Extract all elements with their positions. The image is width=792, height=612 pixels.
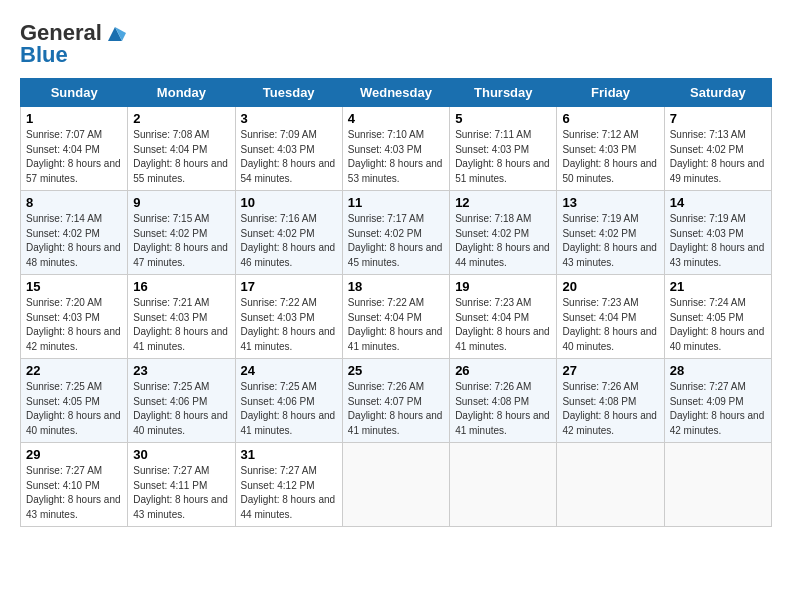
day-info: Sunrise: 7:18 AM Sunset: 4:02 PM Dayligh…	[455, 212, 551, 270]
table-row: 23 Sunrise: 7:25 AM Sunset: 4:06 PM Dayl…	[128, 359, 235, 443]
day-info: Sunrise: 7:22 AM Sunset: 4:03 PM Dayligh…	[241, 296, 337, 354]
day-info: Sunrise: 7:26 AM Sunset: 4:07 PM Dayligh…	[348, 380, 444, 438]
day-number: 26	[455, 363, 551, 378]
day-number: 28	[670, 363, 766, 378]
table-row: 15 Sunrise: 7:20 AM Sunset: 4:03 PM Dayl…	[21, 275, 128, 359]
day-number: 12	[455, 195, 551, 210]
day-info: Sunrise: 7:24 AM Sunset: 4:05 PM Dayligh…	[670, 296, 766, 354]
table-row: 27 Sunrise: 7:26 AM Sunset: 4:08 PM Dayl…	[557, 359, 664, 443]
day-number: 4	[348, 111, 444, 126]
day-info: Sunrise: 7:15 AM Sunset: 4:02 PM Dayligh…	[133, 212, 229, 270]
table-row: 22 Sunrise: 7:25 AM Sunset: 4:05 PM Dayl…	[21, 359, 128, 443]
header: General Blue	[20, 20, 772, 68]
day-number: 9	[133, 195, 229, 210]
table-row: 1 Sunrise: 7:07 AM Sunset: 4:04 PM Dayli…	[21, 107, 128, 191]
col-saturday: Saturday	[664, 79, 771, 107]
day-number: 24	[241, 363, 337, 378]
table-row: 26 Sunrise: 7:26 AM Sunset: 4:08 PM Dayl…	[450, 359, 557, 443]
day-number: 13	[562, 195, 658, 210]
day-number: 17	[241, 279, 337, 294]
col-wednesday: Wednesday	[342, 79, 449, 107]
day-info: Sunrise: 7:27 AM Sunset: 4:09 PM Dayligh…	[670, 380, 766, 438]
col-sunday: Sunday	[21, 79, 128, 107]
table-row: 7 Sunrise: 7:13 AM Sunset: 4:02 PM Dayli…	[664, 107, 771, 191]
day-info: Sunrise: 7:08 AM Sunset: 4:04 PM Dayligh…	[133, 128, 229, 186]
day-number: 8	[26, 195, 122, 210]
day-info: Sunrise: 7:20 AM Sunset: 4:03 PM Dayligh…	[26, 296, 122, 354]
table-row: 3 Sunrise: 7:09 AM Sunset: 4:03 PM Dayli…	[235, 107, 342, 191]
table-row	[664, 443, 771, 527]
day-info: Sunrise: 7:13 AM Sunset: 4:02 PM Dayligh…	[670, 128, 766, 186]
day-info: Sunrise: 7:26 AM Sunset: 4:08 PM Dayligh…	[455, 380, 551, 438]
day-info: Sunrise: 7:25 AM Sunset: 4:05 PM Dayligh…	[26, 380, 122, 438]
table-row: 17 Sunrise: 7:22 AM Sunset: 4:03 PM Dayl…	[235, 275, 342, 359]
day-number: 7	[670, 111, 766, 126]
day-info: Sunrise: 7:27 AM Sunset: 4:11 PM Dayligh…	[133, 464, 229, 522]
table-row: 14 Sunrise: 7:19 AM Sunset: 4:03 PM Dayl…	[664, 191, 771, 275]
day-number: 22	[26, 363, 122, 378]
table-row: 30 Sunrise: 7:27 AM Sunset: 4:11 PM Dayl…	[128, 443, 235, 527]
day-info: Sunrise: 7:27 AM Sunset: 4:10 PM Dayligh…	[26, 464, 122, 522]
day-number: 2	[133, 111, 229, 126]
logo: General Blue	[20, 20, 126, 68]
day-number: 14	[670, 195, 766, 210]
col-monday: Monday	[128, 79, 235, 107]
day-number: 3	[241, 111, 337, 126]
day-info: Sunrise: 7:07 AM Sunset: 4:04 PM Dayligh…	[26, 128, 122, 186]
day-info: Sunrise: 7:09 AM Sunset: 4:03 PM Dayligh…	[241, 128, 337, 186]
day-info: Sunrise: 7:14 AM Sunset: 4:02 PM Dayligh…	[26, 212, 122, 270]
table-row: 12 Sunrise: 7:18 AM Sunset: 4:02 PM Dayl…	[450, 191, 557, 275]
col-friday: Friday	[557, 79, 664, 107]
table-row: 18 Sunrise: 7:22 AM Sunset: 4:04 PM Dayl…	[342, 275, 449, 359]
day-number: 30	[133, 447, 229, 462]
day-info: Sunrise: 7:26 AM Sunset: 4:08 PM Dayligh…	[562, 380, 658, 438]
day-info: Sunrise: 7:11 AM Sunset: 4:03 PM Dayligh…	[455, 128, 551, 186]
table-row	[450, 443, 557, 527]
day-info: Sunrise: 7:25 AM Sunset: 4:06 PM Dayligh…	[133, 380, 229, 438]
table-row: 10 Sunrise: 7:16 AM Sunset: 4:02 PM Dayl…	[235, 191, 342, 275]
day-info: Sunrise: 7:25 AM Sunset: 4:06 PM Dayligh…	[241, 380, 337, 438]
day-number: 11	[348, 195, 444, 210]
day-info: Sunrise: 7:19 AM Sunset: 4:03 PM Dayligh…	[670, 212, 766, 270]
table-row: 28 Sunrise: 7:27 AM Sunset: 4:09 PM Dayl…	[664, 359, 771, 443]
day-number: 31	[241, 447, 337, 462]
calendar: Sunday Monday Tuesday Wednesday Thursday…	[20, 78, 772, 527]
table-row: 11 Sunrise: 7:17 AM Sunset: 4:02 PM Dayl…	[342, 191, 449, 275]
day-number: 19	[455, 279, 551, 294]
table-row: 20 Sunrise: 7:23 AM Sunset: 4:04 PM Dayl…	[557, 275, 664, 359]
table-row: 19 Sunrise: 7:23 AM Sunset: 4:04 PM Dayl…	[450, 275, 557, 359]
day-info: Sunrise: 7:19 AM Sunset: 4:02 PM Dayligh…	[562, 212, 658, 270]
day-info: Sunrise: 7:27 AM Sunset: 4:12 PM Dayligh…	[241, 464, 337, 522]
day-info: Sunrise: 7:23 AM Sunset: 4:04 PM Dayligh…	[455, 296, 551, 354]
day-number: 10	[241, 195, 337, 210]
day-number: 21	[670, 279, 766, 294]
table-row: 4 Sunrise: 7:10 AM Sunset: 4:03 PM Dayli…	[342, 107, 449, 191]
day-info: Sunrise: 7:10 AM Sunset: 4:03 PM Dayligh…	[348, 128, 444, 186]
day-info: Sunrise: 7:21 AM Sunset: 4:03 PM Dayligh…	[133, 296, 229, 354]
table-row	[557, 443, 664, 527]
day-info: Sunrise: 7:12 AM Sunset: 4:03 PM Dayligh…	[562, 128, 658, 186]
table-row: 13 Sunrise: 7:19 AM Sunset: 4:02 PM Dayl…	[557, 191, 664, 275]
table-row: 31 Sunrise: 7:27 AM Sunset: 4:12 PM Dayl…	[235, 443, 342, 527]
day-number: 6	[562, 111, 658, 126]
logo-blue-text: Blue	[20, 42, 68, 68]
table-row: 24 Sunrise: 7:25 AM Sunset: 4:06 PM Dayl…	[235, 359, 342, 443]
day-number: 23	[133, 363, 229, 378]
table-row: 9 Sunrise: 7:15 AM Sunset: 4:02 PM Dayli…	[128, 191, 235, 275]
table-row: 6 Sunrise: 7:12 AM Sunset: 4:03 PM Dayli…	[557, 107, 664, 191]
day-info: Sunrise: 7:23 AM Sunset: 4:04 PM Dayligh…	[562, 296, 658, 354]
day-info: Sunrise: 7:17 AM Sunset: 4:02 PM Dayligh…	[348, 212, 444, 270]
col-thursday: Thursday	[450, 79, 557, 107]
day-number: 1	[26, 111, 122, 126]
day-number: 16	[133, 279, 229, 294]
table-row: 5 Sunrise: 7:11 AM Sunset: 4:03 PM Dayli…	[450, 107, 557, 191]
table-row: 16 Sunrise: 7:21 AM Sunset: 4:03 PM Dayl…	[128, 275, 235, 359]
logo-icon	[104, 23, 126, 43]
day-info: Sunrise: 7:22 AM Sunset: 4:04 PM Dayligh…	[348, 296, 444, 354]
table-row: 8 Sunrise: 7:14 AM Sunset: 4:02 PM Dayli…	[21, 191, 128, 275]
day-number: 25	[348, 363, 444, 378]
table-row: 25 Sunrise: 7:26 AM Sunset: 4:07 PM Dayl…	[342, 359, 449, 443]
day-number: 20	[562, 279, 658, 294]
day-number: 29	[26, 447, 122, 462]
day-info: Sunrise: 7:16 AM Sunset: 4:02 PM Dayligh…	[241, 212, 337, 270]
